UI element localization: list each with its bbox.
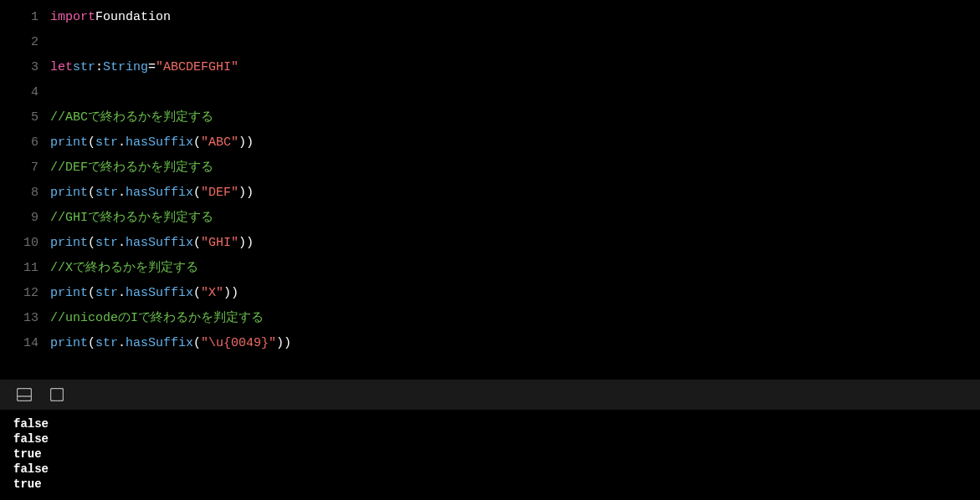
panel-square-icon[interactable]: [50, 388, 64, 401]
code-line[interactable]: [50, 80, 980, 105]
code-token: str: [95, 281, 118, 306]
code-token: //GHIで終わるかを判定する: [50, 206, 213, 231]
code-token: =: [148, 55, 156, 80]
line-number: 9: [0, 206, 38, 231]
svg-rect-0: [18, 389, 32, 401]
code-line[interactable]: //ABCで終わるかを判定する: [50, 105, 980, 130]
code-line[interactable]: print(str.hasSuffix("X")): [50, 281, 980, 306]
code-token: (: [88, 231, 95, 256]
code-token: (: [88, 281, 95, 306]
code-token: (: [193, 281, 201, 306]
code-token: import: [50, 5, 95, 30]
line-number: 2: [0, 30, 38, 55]
panel-layout-icon[interactable]: [17, 388, 32, 401]
code-token: Foundation: [95, 5, 171, 30]
code-token: print: [50, 281, 88, 306]
line-number: 10: [0, 231, 38, 256]
code-token: (: [193, 331, 201, 356]
code-token: let: [50, 55, 73, 80]
code-token: )): [223, 281, 239, 306]
code-token: print: [50, 130, 88, 156]
code-editor[interactable]: 1234567891011121314 import Foundationlet…: [0, 0, 980, 380]
code-line[interactable]: print(str.hasSuffix("\u{0049}")): [50, 331, 980, 356]
line-number: 6: [0, 130, 38, 156]
code-token: (: [88, 331, 95, 356]
line-number: 5: [0, 105, 38, 130]
code-line[interactable]: let str: String = "ABCDEFGHI": [50, 55, 980, 80]
code-line[interactable]: [50, 30, 980, 55]
console-line: false: [13, 462, 967, 477]
code-token: //unicodeのIで終わるかを判定する: [50, 306, 264, 331]
console-toolbar: [0, 380, 980, 410]
code-token: "ABC": [201, 130, 239, 156]
code-token: (: [193, 181, 201, 206]
code-token: print: [50, 331, 88, 356]
code-token: "\u{0049}": [201, 331, 276, 356]
code-area[interactable]: import Foundationlet str: String = "ABCD…: [50, 5, 980, 380]
code-token: print: [50, 231, 88, 256]
code-token: str: [73, 55, 95, 80]
code-token: //DEFで終わるかを判定する: [50, 156, 213, 181]
code-token: String: [103, 55, 148, 80]
console-line: false: [13, 431, 967, 446]
console-output: falsefalsetruefalsetrue: [0, 410, 980, 500]
code-token: str: [95, 130, 118, 156]
code-token: //Xで終わるかを判定する: [50, 256, 198, 281]
code-token: )): [276, 331, 291, 356]
code-token: .: [118, 281, 126, 306]
svg-rect-2: [51, 389, 64, 401]
line-number: 12: [0, 281, 38, 306]
code-token: "X": [201, 281, 223, 306]
code-token: "GHI": [201, 231, 239, 256]
code-token: )): [239, 231, 254, 256]
code-token: hasSuffix: [126, 130, 193, 156]
code-token: hasSuffix: [126, 231, 193, 256]
line-number: 13: [0, 306, 38, 331]
code-token: "DEF": [201, 181, 239, 206]
code-token: :: [95, 55, 103, 80]
line-number: 8: [0, 181, 38, 206]
line-number: 14: [0, 331, 38, 356]
code-token: (: [193, 130, 201, 156]
code-line[interactable]: import Foundation: [50, 5, 980, 30]
code-line[interactable]: //unicodeのIで終わるかを判定する: [50, 306, 980, 331]
code-line[interactable]: print(str.hasSuffix("ABC")): [50, 130, 980, 156]
code-token: (: [88, 130, 95, 156]
code-line[interactable]: print(str.hasSuffix("DEF")): [50, 181, 980, 206]
code-token: .: [118, 181, 126, 206]
code-token: str: [95, 181, 118, 206]
line-number: 7: [0, 156, 38, 181]
code-token: "ABCDEFGHI": [156, 55, 239, 80]
code-token: (: [193, 231, 201, 256]
line-number: 1: [0, 5, 38, 30]
code-token: )): [239, 181, 254, 206]
code-token: .: [118, 331, 126, 356]
code-token: //ABCで終わるかを判定する: [50, 105, 213, 130]
line-number: 11: [0, 256, 38, 281]
line-number: 3: [0, 55, 38, 80]
console-line: true: [13, 477, 967, 492]
console-line: true: [13, 446, 967, 462]
code-token: print: [50, 181, 88, 206]
code-token: hasSuffix: [126, 181, 193, 206]
code-line[interactable]: print(str.hasSuffix("GHI")): [50, 231, 980, 256]
code-token: hasSuffix: [126, 281, 193, 306]
line-number-gutter: 1234567891011121314: [0, 5, 50, 380]
code-line[interactable]: //GHIで終わるかを判定する: [50, 206, 980, 231]
code-token: hasSuffix: [126, 331, 193, 356]
code-token: .: [118, 231, 126, 256]
line-number: 4: [0, 80, 38, 105]
code-token: (: [88, 181, 95, 206]
code-line[interactable]: //DEFで終わるかを判定する: [50, 156, 980, 181]
code-token: .: [118, 130, 126, 156]
console-line: false: [13, 416, 967, 431]
code-token: str: [95, 231, 118, 256]
code-token: str: [95, 331, 118, 356]
code-line[interactable]: //Xで終わるかを判定する: [50, 256, 980, 281]
code-token: )): [239, 130, 254, 156]
